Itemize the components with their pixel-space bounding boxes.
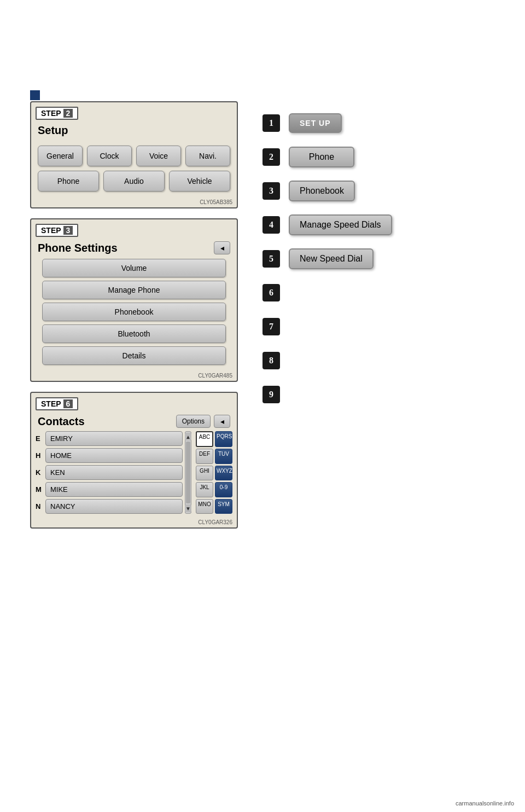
step3-phonebook-button[interactable]: Phonebook [289, 181, 355, 201]
contacts-header: Contacts Options ◂ [31, 413, 237, 431]
btn-clock[interactable]: Clock [87, 146, 132, 166]
contact-letter-k: K [36, 468, 43, 477]
step-row-1: 1 SET UP [262, 109, 503, 137]
step2-title: Setup [31, 122, 237, 141]
btn-general[interactable]: General [38, 146, 83, 166]
step2-phone-button[interactable]: Phone [289, 147, 354, 167]
step-circle-8: 8 [262, 352, 280, 369]
step3-header: STEP 3 [36, 224, 78, 237]
step2-code: CLY05AB385 [31, 198, 237, 207]
left-column: STEP 2 Setup General Clock Voice Navi. P… [30, 101, 238, 538]
alpha-def[interactable]: DEF [196, 449, 213, 463]
alpha-wxyz[interactable]: WXYZ [215, 466, 232, 480]
right-column: 1 SET UP 2 Phone 3 Phonebook 4 Manage Sp… [262, 109, 503, 415]
menu-bluetooth[interactable]: Bluetooth [42, 324, 226, 343]
step2-label: STEP [41, 109, 61, 118]
contact-letter-n: N [36, 502, 43, 511]
step-row-8: 8 [262, 347, 503, 374]
step6-num: 6 [63, 399, 73, 408]
alpha-grid: ABC PQRS DEF TUV GHI WXYZ JKL 0-9 MNO SY… [194, 431, 232, 514]
contact-mike[interactable]: MIKE [45, 482, 183, 497]
step3-title: Phone Settings [38, 242, 118, 254]
contacts-title: Contacts [38, 415, 85, 428]
alpha-sym[interactable]: SYM [215, 499, 232, 514]
alpha-abc[interactable]: ABC [196, 431, 213, 447]
contacts-scrollbar[interactable]: ▲ ▼ [185, 431, 191, 514]
step6-panel: STEP 6 Contacts Options ◂ E EMIRY H HOME [30, 392, 238, 529]
contact-letter-h: H [36, 451, 43, 460]
contact-row-ken: K KEN [36, 465, 183, 480]
btn-vehicle[interactable]: Vehicle [169, 171, 230, 192]
step-circle-3: 3 [262, 182, 280, 200]
step5-new-speed-dial-button[interactable]: New Speed Dial [289, 248, 374, 269]
contacts-list: E EMIRY H HOME K KEN M MIKE N NANCY [36, 431, 183, 514]
step-row-2: 2 Phone [262, 143, 503, 171]
contact-row-emiry: E EMIRY [36, 431, 183, 446]
scroll-up-arrow[interactable]: ▲ [185, 433, 191, 440]
step-row-7: 7 [262, 313, 503, 340]
contact-row-mike: M MIKE [36, 482, 183, 497]
step3-panel: STEP 3 Phone Settings ◂ Volume Manage Ph… [30, 218, 238, 382]
step-row-9: 9 [262, 381, 503, 408]
alpha-pqrs[interactable]: PQRS [215, 431, 232, 447]
btn-phone[interactable]: Phone [38, 171, 99, 192]
step-circle-6: 6 [262, 284, 280, 301]
contact-home[interactable]: HOME [45, 448, 183, 463]
step-circle-5: 5 [262, 250, 280, 268]
menu-volume[interactable]: Volume [42, 259, 226, 277]
alpha-tuv[interactable]: TUV [215, 449, 232, 463]
step1-setup-button[interactable]: SET UP [289, 113, 342, 133]
alpha-09[interactable]: 0-9 [215, 482, 232, 497]
contact-letter-e: E [36, 434, 43, 443]
alpha-mno[interactable]: MNO [196, 499, 213, 514]
options-button[interactable]: Options [176, 415, 211, 428]
contact-emiry[interactable]: EMIRY [45, 431, 183, 446]
step-row-3: 3 Phonebook [262, 177, 503, 205]
step3-code: CLY0GAR485 [31, 372, 237, 381]
step2-panel: STEP 2 Setup General Clock Voice Navi. P… [30, 101, 238, 208]
step3-label: STEP [41, 226, 61, 235]
step-circle-4: 4 [262, 216, 280, 234]
contacts-back-button[interactable]: ◂ [214, 415, 230, 428]
btn-navi[interactable]: Navi. [185, 146, 230, 166]
setup-row2: Phone Audio Vehicle [31, 171, 237, 198]
watermark: carmanualsonline.info [456, 800, 514, 807]
contact-nancy[interactable]: NANCY [45, 499, 183, 514]
phone-settings-menu: Volume Manage Phone Phonebook Bluetooth … [31, 259, 237, 372]
alpha-jkl[interactable]: JKL [196, 482, 213, 497]
step-circle-2: 2 [262, 148, 280, 166]
step6-header: STEP 6 [36, 397, 78, 410]
step-circle-9: 9 [262, 386, 280, 403]
section-marker [30, 90, 40, 100]
menu-phonebook[interactable]: Phonebook [42, 303, 226, 321]
scroll-down-arrow[interactable]: ▼ [185, 504, 191, 512]
step6-label: STEP [41, 399, 61, 408]
step4-manage-speed-dials-button[interactable]: Manage Speed Dials [289, 214, 392, 235]
menu-manage-phone[interactable]: Manage Phone [42, 281, 226, 299]
step2-header: STEP 2 [36, 107, 78, 120]
step2-num: 2 [63, 109, 73, 118]
contact-row-home: H HOME [36, 448, 183, 463]
step-circle-1: 1 [262, 114, 280, 132]
step3-back-button[interactable]: ◂ [214, 241, 230, 254]
step-row-5: 5 New Speed Dial [262, 245, 503, 272]
contact-letter-m: M [36, 485, 43, 494]
contact-row-nancy: N NANCY [36, 499, 183, 514]
setup-row1: General Clock Voice Navi. [31, 141, 237, 171]
step-row-6: 6 [262, 279, 503, 306]
step3-header-row: Phone Settings ◂ [31, 239, 237, 259]
btn-voice[interactable]: Voice [136, 146, 181, 166]
step6-code: CLY0GAR326 [31, 518, 237, 527]
step3-num: 3 [63, 226, 73, 235]
alpha-ghi[interactable]: GHI [196, 466, 213, 480]
btn-audio[interactable]: Audio [103, 171, 165, 192]
menu-details[interactable]: Details [42, 346, 226, 365]
contact-ken[interactable]: KEN [45, 465, 183, 480]
contacts-body: E EMIRY H HOME K KEN M MIKE N NANCY [31, 431, 237, 518]
step-circle-7: 7 [262, 318, 280, 335]
step-row-4: 4 Manage Speed Dials [262, 211, 503, 239]
